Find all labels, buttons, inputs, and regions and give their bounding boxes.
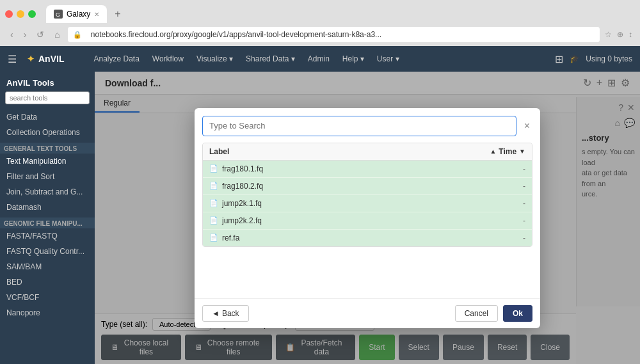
nav-visualize[interactable]: Visualize ▾	[190, 52, 239, 66]
svg-text:G: G	[56, 12, 60, 18]
header-right: ⊞ 🎓 Using 0 bytes	[555, 53, 632, 65]
file-time: -	[449, 182, 525, 191]
table-row[interactable]: 📄 jump2k.2.fq -	[203, 212, 532, 230]
education-icon[interactable]: 🎓	[570, 54, 579, 63]
sidebar-search	[5, 91, 90, 104]
modal-table-header: Label ▲ Time ▼	[203, 143, 532, 161]
tab-label: Galaxy	[67, 10, 90, 19]
table-row[interactable]: 📄 jump2k.1.fq -	[203, 195, 532, 212]
sidebar-item-fastq-quality[interactable]: FASTQ Quality Contr...	[0, 244, 95, 259]
sidebar-item-collection-ops[interactable]: Collection Operations	[0, 125, 95, 140]
reload-button[interactable]: ↺	[34, 28, 47, 41]
modal-close-button[interactable]: ×	[522, 118, 532, 134]
sidebar-item-text-manipulation[interactable]: Text Manipulation	[0, 154, 95, 169]
sidebar-item-bed[interactable]: BED	[0, 274, 95, 290]
ok-modal-button[interactable]: Ok	[503, 305, 532, 322]
back-modal-button[interactable]: ◄ ◄ Back Back	[202, 305, 249, 322]
nav-user[interactable]: User ▾	[371, 52, 406, 66]
maximize-traffic-light[interactable]	[28, 10, 36, 18]
col-header-label: Label	[209, 147, 449, 156]
app-logo: ✦ AnVIL	[27, 54, 64, 64]
main-content: Download f... ↻ + ⊞ ⚙ Regular ? ✕ ⌂	[95, 72, 640, 364]
file-icon: 📄	[209, 216, 218, 225]
browser-tab[interactable]: G Galaxy ✕	[46, 5, 107, 23]
sidebar-title: AnVIL Tools	[0, 72, 95, 91]
minimize-traffic-light[interactable]	[17, 10, 24, 18]
table-row[interactable]: 📄 ref.fa -	[203, 230, 532, 246]
file-icon: 📄	[209, 199, 218, 207]
file-name: frag180.2.fq	[222, 182, 449, 191]
apps-grid-icon[interactable]: ⊞	[555, 53, 563, 65]
file-time: -	[449, 233, 525, 242]
modal-footer-right: Cancel Ok	[455, 305, 532, 322]
sidebar-item-vcf-bcf[interactable]: VCF/BCF	[0, 290, 95, 305]
nav-workflow[interactable]: Workflow	[146, 52, 190, 66]
forward-button[interactable]: ›	[21, 28, 29, 41]
nav-help[interactable]: Help ▾	[336, 52, 371, 66]
sidebar-section-genomic: GENOMIC FILE MANIPU...	[0, 218, 95, 228]
close-traffic-light[interactable]	[5, 10, 13, 18]
modal-footer-left: ◄ ◄ Back Back	[202, 305, 249, 322]
usage-text: Using 0 bytes	[586, 54, 632, 63]
sidebar-section-general-text: GENERAL TEXT TOOLS	[0, 143, 95, 154]
modal-search-input[interactable]	[202, 116, 516, 136]
sidebar-item-nanopore[interactable]: Nanopore	[0, 305, 95, 320]
bookmark-icon[interactable]: ☆	[605, 30, 612, 39]
modal-footer: ◄ ◄ Back Back Cancel Ok	[195, 298, 540, 328]
sidebar-item-fasta-fastq[interactable]: FASTA/FASTQ	[0, 228, 95, 244]
file-icon: 📄	[209, 164, 218, 173]
file-name: ref.fa	[222, 233, 449, 242]
modal-spacer	[195, 247, 540, 298]
table-row[interactable]: 📄 frag180.2.fq -	[203, 178, 532, 195]
extensions-icon[interactable]: ⊕	[617, 30, 623, 39]
file-time: -	[449, 216, 525, 225]
file-icon: 📄	[209, 182, 218, 190]
nav-analyze[interactable]: Analyze Data	[87, 52, 145, 66]
lock-icon: 🔒	[73, 31, 82, 39]
sync-icon[interactable]: ↕	[628, 30, 632, 39]
sidebar: AnVIL Tools Get Data Collection Operatio…	[0, 72, 95, 364]
new-tab-button[interactable]: +	[109, 8, 125, 20]
app-header: ☰ ✦ AnVIL Analyze Data Workflow Visualiz…	[0, 46, 640, 72]
cancel-modal-button[interactable]: Cancel	[455, 305, 498, 322]
address-bar-input[interactable]	[86, 27, 595, 42]
modal-table: Label ▲ Time ▼ 📄 frag180.1.fq	[202, 143, 532, 247]
sidebar-item-join-subtract[interactable]: Join, Subtract and G...	[0, 184, 95, 200]
file-name: jump2k.2.fq	[222, 216, 449, 225]
nav-admin[interactable]: Admin	[301, 52, 336, 66]
file-select-modal: × Label ▲ Time ▼	[195, 108, 540, 328]
modal-search-row: ×	[195, 108, 540, 136]
sidebar-item-sam-bam[interactable]: SAM/BAM	[0, 259, 95, 274]
file-time: -	[449, 199, 525, 208]
table-row[interactable]: 📄 frag180.1.fq -	[203, 161, 532, 178]
header-nav: Analyze Data Workflow Visualize ▾ Shared…	[87, 52, 405, 66]
sidebar-item-datamash[interactable]: Datamash	[0, 200, 95, 215]
nav-shared-data[interactable]: Shared Data ▾	[239, 52, 301, 66]
tab-favicon: G	[54, 10, 63, 19]
home-button[interactable]: ⌂	[52, 28, 62, 41]
hamburger-icon[interactable]: ☰	[8, 53, 17, 65]
file-name: jump2k.1.fq	[222, 199, 449, 208]
file-time: -	[449, 164, 525, 173]
tab-close-button[interactable]: ✕	[94, 11, 99, 18]
back-button[interactable]: ‹	[8, 28, 16, 41]
file-icon: 📄	[209, 233, 218, 242]
back-arrow-icon: ◄	[212, 309, 220, 318]
modal-table-body: 📄 frag180.1.fq - 📄 frag180.2.fq - 📄	[203, 161, 532, 246]
file-name: frag180.1.fq	[222, 164, 449, 173]
logo-icon: ✦	[27, 54, 35, 64]
col-header-time[interactable]: ▲ Time ▼	[449, 147, 525, 156]
search-input[interactable]	[5, 91, 90, 104]
logo-text: AnVIL	[38, 54, 64, 64]
modal-overlay: × Label ▲ Time ▼	[95, 72, 640, 364]
sidebar-item-filter-sort[interactable]: Filter and Sort	[0, 169, 95, 184]
sidebar-item-get-data[interactable]: Get Data	[0, 109, 95, 125]
